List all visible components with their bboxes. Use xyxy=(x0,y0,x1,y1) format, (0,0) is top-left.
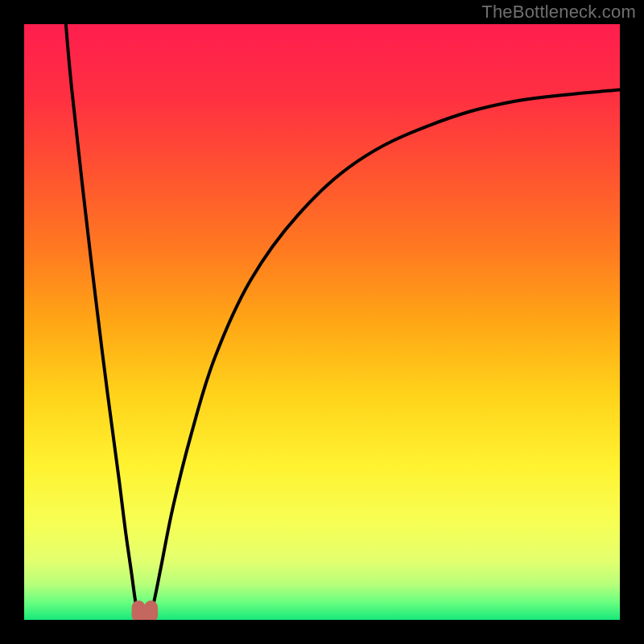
watermark-label: TheBottleneck.com xyxy=(481,2,636,23)
minimum-marker xyxy=(138,608,151,620)
chart-frame: TheBottleneck.com xyxy=(0,0,644,644)
bottleneck-chart xyxy=(24,24,620,620)
gradient-background xyxy=(24,24,620,620)
